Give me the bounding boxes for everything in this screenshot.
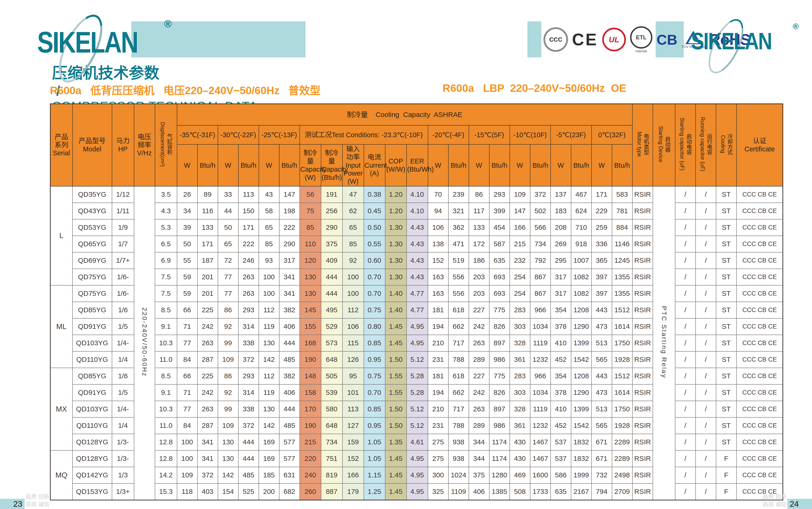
value-cell: 95 bbox=[342, 368, 364, 384]
model-cell: QD69YG bbox=[72, 252, 112, 269]
value-cell: 710 bbox=[571, 219, 592, 236]
model-cell: QD128YG bbox=[72, 434, 112, 450]
value-cell: 113 bbox=[342, 401, 364, 417]
value-cell: 116 bbox=[197, 203, 218, 219]
value-cell: 55 bbox=[177, 252, 197, 269]
ce-icon: CE bbox=[572, 30, 598, 49]
value-cell: 1467 bbox=[530, 434, 551, 450]
model-cell: QD53YG bbox=[72, 219, 112, 236]
value-cell: 85 bbox=[300, 219, 321, 236]
value-cell: 39 bbox=[177, 219, 197, 236]
value-cell: 58 bbox=[259, 203, 279, 219]
motor-type-cell: RSIR bbox=[632, 434, 653, 450]
value-cell: 372 bbox=[238, 417, 259, 434]
value-cell: 5.12 bbox=[407, 401, 428, 417]
value-cell: 966 bbox=[530, 368, 551, 384]
value-cell: 1174 bbox=[489, 450, 510, 467]
model-cell: QD110YG bbox=[72, 417, 112, 434]
value-cell: 0.70 bbox=[364, 269, 385, 285]
value-cell: 317 bbox=[551, 285, 571, 302]
value-cell: 112 bbox=[259, 368, 279, 384]
value-cell: 587 bbox=[489, 236, 510, 252]
value-cell: 147 bbox=[510, 203, 530, 219]
value-cell: 556 bbox=[448, 269, 469, 285]
value-cell: 77 bbox=[218, 269, 238, 285]
model-cell: QD43YG bbox=[72, 203, 112, 219]
test-col-capacity-btu: 制冷量 Capacity (Btu/h) bbox=[321, 144, 342, 186]
hp-cell: 1/5 bbox=[112, 384, 134, 401]
starting-capacitor-cell: / bbox=[675, 203, 696, 219]
motor-type-cell: RSIR bbox=[632, 285, 653, 302]
unit-header-btu: Btu/h bbox=[238, 144, 259, 186]
value-cell: 1.40 bbox=[385, 302, 407, 318]
value-cell: 1.05 bbox=[364, 434, 385, 450]
value-cell: 986 bbox=[489, 417, 510, 434]
value-cell: 1600 bbox=[530, 467, 551, 483]
displacement-cell: 11.0 bbox=[155, 417, 177, 434]
value-cell: 246 bbox=[238, 252, 259, 269]
value-cell: 1174 bbox=[489, 434, 510, 450]
value-cell: 361 bbox=[510, 351, 530, 368]
value-cell: 142 bbox=[259, 417, 279, 434]
value-cell: 203 bbox=[469, 269, 489, 285]
value-cell: 130 bbox=[259, 401, 279, 417]
value-cell: 71 bbox=[177, 384, 197, 401]
registered-mark: ® bbox=[164, 18, 172, 30]
test-col-current: 电流 Current (A) bbox=[364, 144, 385, 186]
value-cell: 1.15 bbox=[364, 467, 385, 483]
value-cell: 1750 bbox=[612, 335, 632, 351]
value-cell: 290 bbox=[321, 219, 342, 236]
value-cell: 100 bbox=[342, 269, 364, 285]
value-cell: 242 bbox=[469, 384, 489, 401]
value-cell: 215 bbox=[510, 236, 530, 252]
running-capacitor-cell: / bbox=[696, 384, 716, 401]
running-capacitor-cell: / bbox=[696, 351, 716, 368]
header-row-1: 产品 系列 Serial 产品型号 Model 马力HP 电压 频率 V/Hz … bbox=[50, 104, 783, 126]
value-cell: 0.85 bbox=[364, 335, 385, 351]
model-cell: QD85YG bbox=[72, 302, 112, 318]
value-cell: 1034 bbox=[530, 318, 551, 335]
value-cell: 85 bbox=[342, 236, 364, 252]
value-cell: 344 bbox=[469, 450, 489, 467]
value-cell: 0.75 bbox=[364, 368, 385, 384]
displacement-cell: 11.0 bbox=[155, 351, 177, 368]
value-cell: 1.35 bbox=[385, 434, 407, 450]
certificate-cell: CCC CB CE bbox=[737, 186, 783, 203]
model-cell: QD91YG bbox=[72, 318, 112, 335]
value-cell: 4.95 bbox=[407, 335, 428, 351]
unit-header-w: W bbox=[592, 144, 612, 186]
value-cell: 242 bbox=[469, 318, 489, 335]
temp-header: -30℃(-22F) bbox=[218, 125, 259, 144]
value-cell: 354 bbox=[551, 302, 571, 318]
value-cell: 4.43 bbox=[407, 269, 428, 285]
value-cell: 33 bbox=[218, 186, 238, 203]
certificate-cell: CCC CB CE bbox=[737, 401, 783, 417]
value-cell: 485 bbox=[279, 351, 300, 368]
value-cell: 539 bbox=[321, 384, 342, 401]
value-cell: 92 bbox=[342, 252, 364, 269]
value-cell: 229 bbox=[592, 203, 612, 219]
value-cell: 5.12 bbox=[407, 351, 428, 368]
value-cell: 190 bbox=[300, 417, 321, 434]
hp-cell: 1/4- bbox=[112, 335, 134, 351]
value-cell: 1467 bbox=[530, 450, 551, 467]
value-cell: 410 bbox=[551, 401, 571, 417]
model-cell: QD85YG bbox=[72, 368, 112, 384]
unit-header-w: W bbox=[428, 144, 448, 186]
value-cell: 1.50 bbox=[385, 351, 407, 368]
running-capacitor-cell: / bbox=[696, 318, 716, 335]
value-cell: 618 bbox=[448, 302, 469, 318]
value-cell: 341 bbox=[279, 285, 300, 302]
value-cell: 254 bbox=[510, 285, 530, 302]
value-cell: 239 bbox=[448, 186, 469, 203]
value-cell: 260 bbox=[300, 483, 321, 500]
hp-cell: 1/4- bbox=[112, 401, 134, 417]
value-cell: 1082 bbox=[571, 269, 592, 285]
unit-header-btu: Btu/h bbox=[448, 144, 469, 186]
value-cell: 85 bbox=[259, 236, 279, 252]
value-cell: 0.70 bbox=[364, 384, 385, 401]
value-cell: 72 bbox=[218, 252, 238, 269]
value-cell: 1280 bbox=[489, 467, 510, 483]
value-cell: 112 bbox=[259, 302, 279, 318]
hp-cell: 1/6- bbox=[112, 285, 134, 302]
